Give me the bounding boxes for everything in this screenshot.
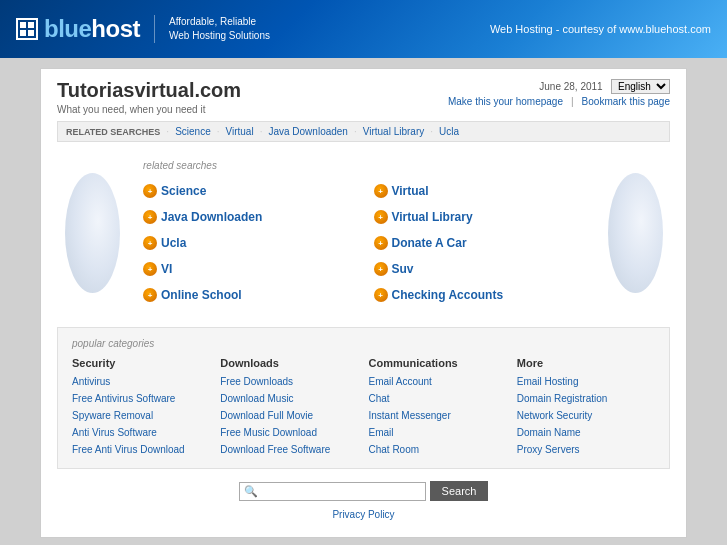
result-bullet-1: + (374, 184, 388, 198)
results-grid: + Science + Virtual + Java Downloaden + (143, 181, 584, 305)
cat-link-email[interactable]: Email (369, 424, 507, 441)
top-section: Tutoriasvirtual.com What you need, when … (57, 79, 670, 115)
search-icon: 🔍 (244, 485, 258, 498)
search-input[interactable] (261, 485, 421, 497)
categories-grid: Security Antivirus Free Antivirus Softwa… (72, 357, 655, 458)
result-item-science: + Science (143, 181, 354, 201)
popular-section: popular categories Security Antivirus Fr… (57, 327, 670, 469)
date-display: June 28, 2011 English (448, 79, 670, 94)
top-links: Make this your homepage | Bookmark this … (448, 96, 670, 107)
orb-right (600, 150, 670, 315)
popular-label: popular categories (72, 338, 655, 349)
privacy-policy-link[interactable]: Privacy Policy (332, 509, 394, 520)
header-right: Web Hosting - courtesy of www.bluehost.c… (490, 23, 711, 35)
cat-link-download-full-movie[interactable]: Download Full Movie (220, 407, 358, 424)
main-wrapper: Tutoriasvirtual.com What you need, when … (0, 58, 727, 545)
category-col-downloads: Downloads Free Downloads Download Music … (220, 357, 358, 458)
bookmark-link[interactable]: Bookmark this page (582, 96, 670, 107)
result-bullet-9: + (374, 288, 388, 302)
decorative-orb-right (608, 173, 663, 293)
cat-title-communications: Communications (369, 357, 507, 369)
related-bar-item-2[interactable]: Java Downloaden (268, 126, 348, 137)
result-item-donate: + Donate A Car (374, 233, 585, 253)
result-item-suv: + Suv (374, 259, 585, 279)
cat-title-security: Security (72, 357, 210, 369)
date-text: June 28, 2011 (539, 81, 602, 92)
logo-rest-part: host (91, 15, 140, 42)
logo-area: bluehost (16, 15, 140, 43)
cat-link-email-account[interactable]: Email Account (369, 373, 507, 390)
cat-link-domain-registration[interactable]: Domain Registration (517, 390, 655, 407)
header: bluehost Affordable, Reliable Web Hostin… (0, 0, 727, 58)
search-input-wrap: 🔍 (239, 482, 426, 501)
top-right: June 28, 2011 English Make this your hom… (448, 79, 670, 107)
tagline-line2: Web Hosting Solutions (169, 29, 270, 43)
tagline-line1: Affordable, Reliable (169, 15, 270, 29)
result-item-ucla: + Ucla (143, 233, 354, 253)
cat-title-downloads: Downloads (220, 357, 358, 369)
logo-text: bluehost (44, 15, 140, 43)
result-link-checking[interactable]: Checking Accounts (392, 288, 504, 302)
related-bar-item-4[interactable]: Ucla (439, 126, 459, 137)
cat-link-free-anti-virus[interactable]: Free Anti Virus Download (72, 441, 210, 458)
cat-link-proxy-servers[interactable]: Proxy Servers (517, 441, 655, 458)
result-link-science[interactable]: Science (161, 184, 206, 198)
result-link-virtual-library[interactable]: Virtual Library (392, 210, 473, 224)
logo-blue-part: blue (44, 15, 91, 42)
related-bar: RELATED SEARCHES · Science · Virtual · J… (57, 121, 670, 142)
site-title: Tutoriasvirtual.com (57, 79, 241, 102)
decorative-orb-left (65, 173, 120, 293)
cat-link-anti-virus[interactable]: Anti Virus Software (72, 424, 210, 441)
privacy-link-area: Privacy Policy (57, 507, 670, 521)
result-link-vi[interactable]: VI (161, 262, 172, 276)
orb-left (57, 150, 127, 315)
result-bullet-6: + (143, 262, 157, 276)
related-bar-item-1[interactable]: Virtual (225, 126, 253, 137)
result-item-vi: + VI (143, 259, 354, 279)
search-button[interactable]: Search (430, 481, 489, 501)
language-dropdown[interactable]: English (611, 79, 670, 94)
cat-link-network-security[interactable]: Network Security (517, 407, 655, 424)
cat-link-free-music[interactable]: Free Music Download (220, 424, 358, 441)
cat-link-download-free-software[interactable]: Download Free Software (220, 441, 358, 458)
category-col-security: Security Antivirus Free Antivirus Softwa… (72, 357, 210, 458)
site-info: Tutoriasvirtual.com What you need, when … (57, 79, 241, 115)
cat-link-instant-messenger[interactable]: Instant Messenger (369, 407, 507, 424)
cat-link-antivirus[interactable]: Antivirus (72, 373, 210, 390)
result-link-donate[interactable]: Donate A Car (392, 236, 467, 250)
result-bullet-7: + (374, 262, 388, 276)
result-bullet-3: + (374, 210, 388, 224)
result-bullet-5: + (374, 236, 388, 250)
result-link-suv[interactable]: Suv (392, 262, 414, 276)
related-bar-label: RELATED SEARCHES (66, 127, 160, 137)
cat-link-domain-name[interactable]: Domain Name (517, 424, 655, 441)
result-item-virtual-library: + Virtual Library (374, 207, 585, 227)
results-container: related searches + Science + Virtual + J… (127, 150, 600, 315)
cat-link-chat[interactable]: Chat (369, 390, 507, 407)
result-bullet-2: + (143, 210, 157, 224)
result-item-virtual: + Virtual (374, 181, 585, 201)
cat-title-more: More (517, 357, 655, 369)
cat-link-download-music[interactable]: Download Music (220, 390, 358, 407)
language-select-area[interactable]: English (611, 79, 670, 94)
cat-link-spyware[interactable]: Spyware Removal (72, 407, 210, 424)
result-link-online-school[interactable]: Online School (161, 288, 242, 302)
cat-link-free-antivirus[interactable]: Free Antivirus Software (72, 390, 210, 407)
make-homepage-link[interactable]: Make this your homepage (448, 96, 563, 107)
cat-link-chat-room[interactable]: Chat Room (369, 441, 507, 458)
header-tagline: Affordable, Reliable Web Hosting Solutio… (154, 15, 270, 43)
cat-link-email-hosting[interactable]: Email Hosting (517, 373, 655, 390)
cat-link-free-downloads[interactable]: Free Downloads (220, 373, 358, 390)
result-item-java: + Java Downloaden (143, 207, 354, 227)
category-col-communications: Communications Email Account Chat Instan… (369, 357, 507, 458)
content-box: Tutoriasvirtual.com What you need, when … (40, 68, 687, 538)
result-link-java[interactable]: Java Downloaden (161, 210, 262, 224)
related-bar-item-3[interactable]: Virtual Library (363, 126, 425, 137)
result-link-ucla[interactable]: Ucla (161, 236, 186, 250)
result-item-checking: + Checking Accounts (374, 285, 585, 305)
related-bar-item-0[interactable]: Science (175, 126, 211, 137)
logo-icon (16, 18, 38, 40)
site-subtitle: What you need, when you need it (57, 104, 241, 115)
result-link-virtual[interactable]: Virtual (392, 184, 429, 198)
related-searches-label: related searches (143, 160, 584, 171)
